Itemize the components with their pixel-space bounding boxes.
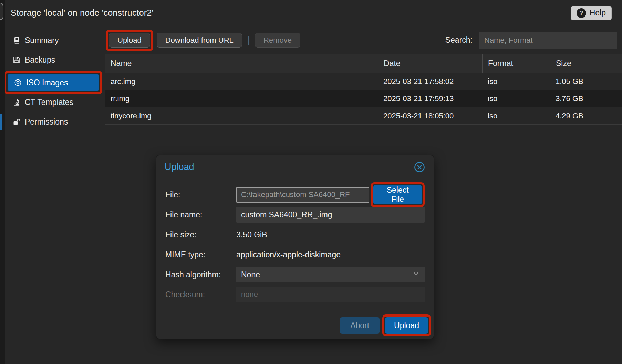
select-file-button[interactable]: Select File [373,185,422,204]
cell-name: arc.img [105,73,378,90]
table-row[interactable]: rr.img 2025-03-21 17:59:13 iso 3.76 GB [105,90,622,107]
sidebar-item-backups[interactable]: Backups [5,52,105,68]
left-cropped-strip [0,0,5,364]
help-button-label: Help [590,8,606,18]
sidebar-item-label: Summary [25,36,59,45]
sidebar-item-label: CT Templates [25,98,73,107]
sidebar-item-label: Permissions [25,117,68,127]
book-icon [12,36,21,44]
file-path-input[interactable] [236,187,369,203]
sidebar-item-iso-images[interactable]: ISO Images [8,74,99,91]
page-title: Storage 'local' on node 'constructor2' [11,8,153,18]
column-header-date[interactable]: Date [378,54,482,73]
help-button[interactable]: ? Help [571,6,612,20]
toolbar: Upload Download from URL | Remove Search… [105,26,622,54]
download-from-url-button[interactable]: Download from URL [157,33,242,48]
hash-algorithm-select[interactable]: None [236,267,425,282]
hash-algorithm-value: None [241,270,260,279]
column-header-format[interactable]: Format [482,54,550,73]
cell-format: iso [482,90,550,107]
annotation-box-upload-submit: Upload [382,314,431,336]
cell-format: iso [482,73,550,90]
sidebar: Summary Backups ISO Images [5,26,105,364]
mime-type-label: MIME type: [165,250,236,259]
table-row[interactable]: tinycore.img 2025-03-21 18:05:00 iso 4.2… [105,107,622,125]
toolbar-separator: | [248,35,250,46]
checksum-label: Checksum: [165,290,236,299]
search-label: Search: [445,35,473,45]
checksum-input [236,287,425,302]
annotation-box-iso-images: ISO Images [4,71,102,94]
remove-button[interactable]: Remove [255,33,300,48]
sidebar-item-label: Backups [25,55,55,65]
filesize-label: File size: [165,230,236,239]
column-header-name[interactable]: Name [105,54,378,73]
upload-dialog-body: File: Select File File name: File size: … [156,179,434,312]
cell-format: iso [482,107,550,124]
upload-dialog: Upload File: Select File File name: File… [156,155,434,339]
floppy-icon [12,56,21,64]
column-header-size[interactable]: Size [550,54,622,73]
help-icon: ? [577,8,586,18]
file-cube-icon [12,98,21,106]
cell-date: 2025-03-21 17:58:02 [378,73,482,90]
filename-label: File name: [165,210,236,220]
unlock-icon [12,118,21,126]
upload-dialog-footer: Abort Upload [156,312,434,339]
cell-size: 1.05 GB [550,73,622,90]
cell-name: rr.img [105,90,378,107]
close-icon[interactable] [414,161,425,173]
hash-algorithm-label: Hash algorithm: [165,270,236,279]
chevron-down-icon [412,270,420,279]
abort-button[interactable]: Abort [340,317,380,334]
mime-type-value: application/x-apple-diskimage [236,250,341,259]
upload-submit-button[interactable]: Upload [385,317,428,334]
titlebar: Storage 'local' on node 'constructor2' ?… [5,0,622,26]
cell-date: 2025-03-21 18:05:00 [378,107,482,124]
tree-selection-sliver [0,114,2,130]
annotation-box-upload-toolbar: Upload [106,30,153,51]
filesize-value: 3.50 GiB [236,230,267,239]
upload-dialog-title: Upload [165,162,194,172]
cropped-panel-edge [0,3,3,20]
file-label: File: [165,190,236,200]
sidebar-item-ct-templates[interactable]: CT Templates [5,94,105,110]
cell-name: tinycore.img [105,107,378,124]
filename-input[interactable] [236,207,425,223]
sidebar-item-label: ISO Images [26,78,68,87]
table-row[interactable]: arc.img 2025-03-21 17:58:02 iso 1.05 GB [105,73,622,90]
disc-icon [14,78,22,87]
cell-size: 3.76 GB [550,90,622,107]
table-header: Name Date Format Size [105,54,622,73]
upload-dialog-header[interactable]: Upload [156,155,434,179]
search-input[interactable] [479,32,617,49]
upload-toolbar-button[interactable]: Upload [109,33,150,48]
cell-date: 2025-03-21 17:59:13 [378,90,482,107]
sidebar-item-permissions[interactable]: Permissions [5,114,105,130]
cell-size: 4.29 GB [550,107,622,124]
sidebar-item-summary[interactable]: Summary [5,32,105,49]
annotation-box-select-file: Select File [371,182,425,207]
